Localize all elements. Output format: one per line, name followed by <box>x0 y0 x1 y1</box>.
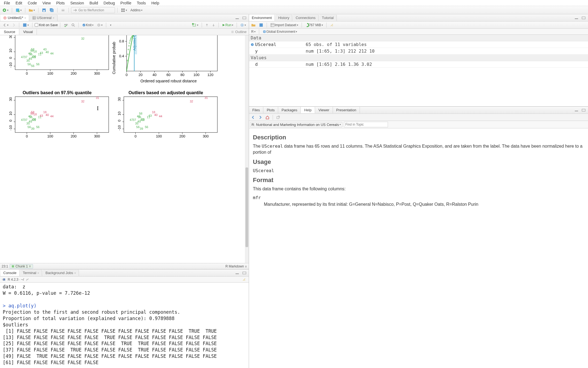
menu-plots[interactable]: Plots <box>53 0 67 6</box>
knit-button[interactable]: Knit <box>81 23 95 28</box>
console-output[interactable]: data: z W = 0.6116, p-value = 7.726e-12 … <box>0 283 249 368</box>
maximize-pane-button[interactable] <box>580 16 587 20</box>
tab-help[interactable]: Help <box>301 107 315 113</box>
menu-debug[interactable]: Debug <box>101 0 117 6</box>
language-selector[interactable]: R <box>250 29 257 34</box>
knit-on-save-checkbox[interactable]: Knit on Save <box>35 23 58 27</box>
chunk-navigator[interactable]: Chunk 1 ⇕ <box>10 264 33 269</box>
help-back-button[interactable] <box>250 115 256 120</box>
close-icon[interactable]: × <box>53 16 54 20</box>
menu-session[interactable]: Session <box>67 0 87 6</box>
spellcheck-button[interactable]: ABC <box>62 22 69 28</box>
menu-help[interactable]: Help <box>149 0 162 6</box>
menu-code[interactable]: Code <box>25 0 40 6</box>
help-forward-button[interactable] <box>257 115 263 120</box>
tab-history[interactable]: History <box>275 15 292 21</box>
editor-pane[interactable]: 0100200300-10010304737354955415656564250… <box>0 35 249 263</box>
print-button[interactable] <box>60 7 66 13</box>
import-icon <box>270 23 275 27</box>
console-info: R R 4.2.3 · ~/ <box>0 277 249 283</box>
minimize-pane-button[interactable] <box>573 16 580 20</box>
maximize-pane-button[interactable] <box>580 108 587 112</box>
env-row[interactable]: UScereal65 obs. of 11 variables <box>249 41 588 48</box>
env-row[interactable]: ynum [1:65, 1:3] 212 212 10 <box>249 48 588 55</box>
publish-button[interactable] <box>239 23 247 28</box>
menu-build[interactable]: Build <box>87 0 101 6</box>
menu-view[interactable]: View <box>40 0 53 6</box>
menu-profile[interactable]: Profile <box>118 0 134 6</box>
menu-tools[interactable]: Tools <box>134 0 149 6</box>
minimize-pane-button[interactable] <box>234 16 240 20</box>
back-button[interactable] <box>2 23 10 28</box>
maximize-pane-button[interactable] <box>241 271 248 275</box>
addins-button[interactable]: Addins <box>129 8 144 13</box>
svg-point-92 <box>130 39 131 40</box>
env-body[interactable]: Data UScereal65 obs. of 11 variables ynu… <box>249 35 588 106</box>
forward-button[interactable] <box>11 23 17 28</box>
clear-console-button[interactable] <box>241 277 247 282</box>
maximize-pane-button[interactable] <box>241 16 248 20</box>
go-up-button[interactable] <box>204 23 210 27</box>
find-button[interactable] <box>70 23 76 28</box>
tab-viewer[interactable]: Viewer <box>315 107 333 113</box>
tab-tutorial[interactable]: Tutorial <box>319 15 337 21</box>
doc-mode-selector[interactable]: R Markdown ⇕ <box>225 264 247 268</box>
menu-edit[interactable]: Edit <box>13 0 25 6</box>
insert-chunk-button[interactable]: + <box>191 23 199 28</box>
env-row[interactable]: dnum [1:65] 2.16 1.36 3.02 <box>249 61 588 68</box>
svg-text:18: 18 <box>33 113 37 116</box>
minimize-icon <box>235 16 239 20</box>
minimize-pane-button[interactable] <box>573 108 580 112</box>
more-options-button[interactable] <box>108 23 113 27</box>
minimize-pane-button[interactable] <box>234 271 240 275</box>
scope-selector[interactable]: Global Environment <box>261 29 298 34</box>
save-doc-button[interactable] <box>21 22 30 28</box>
svg-point-88 <box>128 49 129 50</box>
close-icon[interactable]: × <box>37 271 39 275</box>
clear-workspace-button[interactable] <box>329 23 335 28</box>
svg-text:44: 44 <box>159 115 162 118</box>
memory-usage[interactable]: 767 MiB <box>304 23 324 28</box>
svg-text:10: 10 <box>117 112 121 115</box>
close-icon[interactable]: × <box>24 16 26 20</box>
workspace-panes-button[interactable] <box>120 7 128 13</box>
help-popup-button[interactable] <box>275 115 281 120</box>
save-button[interactable] <box>41 7 47 13</box>
tab-environment[interactable]: Environment <box>249 15 275 21</box>
new-project-button[interactable] <box>14 7 23 13</box>
help-home-button[interactable] <box>264 115 270 120</box>
find-in-topic-input[interactable] <box>344 122 388 127</box>
save-workspace-button[interactable] <box>258 22 264 28</box>
menu-file[interactable]: File <box>1 0 13 6</box>
svg-rect-190 <box>582 17 585 19</box>
tab-connections[interactable]: Connections <box>293 15 318 21</box>
goto-file-input[interactable]: Go to file/function <box>71 7 115 13</box>
tab-packages[interactable]: Packages <box>278 107 301 113</box>
help-body[interactable]: Description The UScereal data frame has … <box>249 128 588 368</box>
tab-uscereal[interactable]: UScereal × <box>30 15 58 21</box>
tab-presentation[interactable]: Presentation <box>333 107 360 113</box>
outline-button[interactable]: Outline <box>229 29 249 34</box>
svg-text:58: 58 <box>139 112 142 115</box>
run-button[interactable]: Run <box>221 23 234 28</box>
popup-icon[interactable] <box>26 278 29 281</box>
mode-tab-source[interactable]: Source <box>0 29 19 35</box>
tab-untitled1[interactable]: Untitled1* × <box>1 15 29 21</box>
open-file-button[interactable] <box>28 7 36 13</box>
help-title-dropdown[interactable]: R: Nutritional and Marketing Information… <box>250 122 342 127</box>
editor-scrollbar[interactable] <box>245 35 249 263</box>
tab-terminal[interactable]: Terminal× <box>20 270 42 276</box>
mode-tab-visual[interactable]: Visual <box>19 29 37 35</box>
tab-plots[interactable]: Plots <box>263 107 278 113</box>
close-icon[interactable]: × <box>74 271 76 275</box>
tab-files[interactable]: Files <box>249 107 263 113</box>
import-dataset-button[interactable]: Import Dataset <box>269 22 299 28</box>
save-all-button[interactable] <box>48 7 55 13</box>
load-workspace-button[interactable] <box>250 22 257 28</box>
tab-console[interactable]: Console <box>1 270 20 276</box>
svg-text:39: 39 <box>140 127 143 130</box>
tab-bgjobs[interactable]: Background Jobs× <box>43 270 79 276</box>
new-file-button[interactable] <box>1 7 10 13</box>
go-down-button[interactable] <box>211 23 216 27</box>
settings-button[interactable] <box>96 23 104 28</box>
